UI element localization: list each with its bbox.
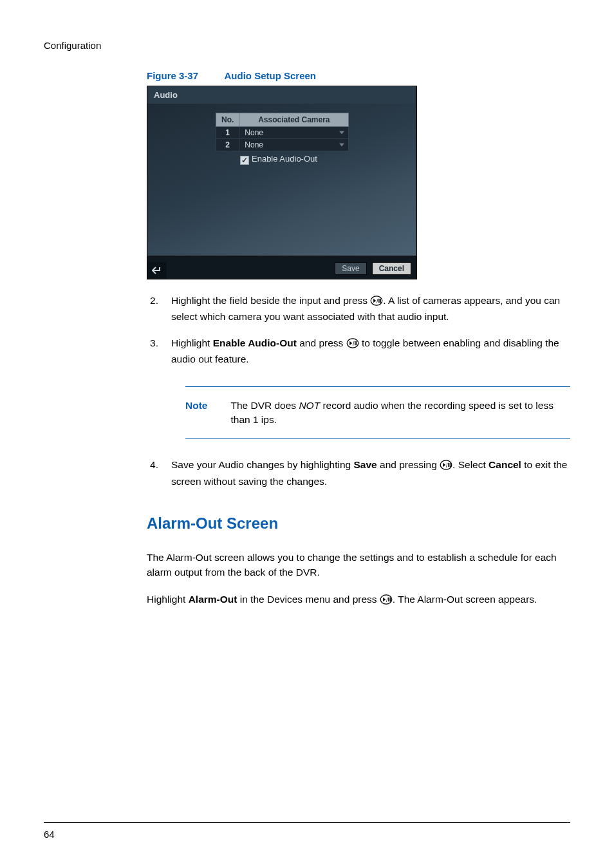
associated-camera-dropdown[interactable]: None [239,127,349,139]
audio-setup-screenshot: Audio No. Associated Camera 1 None 2 Non… [147,86,417,279]
screenshot-footer: Save Cancel [147,256,416,279]
svg-rect-6 [355,341,355,345]
step-text: . Select [452,459,488,470]
screenshot-body: No. Associated Camera 1 None 2 None ✓Ena… [147,104,416,256]
step-text: Highlight [171,337,213,348]
play-pause-icon: / [346,338,359,352]
step-text: Save your Audio changes by highlighting [171,459,354,470]
svg-rect-11 [450,463,451,467]
row-number: 1 [216,127,239,139]
para-text: Highlight [147,594,189,605]
svg-rect-10 [448,463,449,467]
step-3: 3. Highlight Enable Audio-Out and press … [147,336,570,367]
svg-text:/: / [377,298,378,305]
step-bold: Cancel [488,459,521,470]
svg-rect-3 [380,299,381,303]
note-text-part: The DVR does [230,400,299,411]
col-header-associated: Associated Camera [239,113,349,127]
row-number: 2 [216,139,239,151]
running-head: Configuration [44,40,570,51]
step-bold: Save [354,459,377,470]
associated-camera-dropdown[interactable]: None [239,139,349,151]
col-header-no: No. [216,113,239,127]
screenshot-title: Audio [147,86,416,104]
note-block: Note The DVR does NOT record audio when … [185,386,570,439]
figure-title: Audio Setup Screen [224,70,316,81]
step-number: 3. [147,336,158,367]
svg-rect-14 [388,598,389,601]
para-bold: Alarm-Out [189,594,237,605]
svg-text:/: / [446,462,448,469]
step-4: 4. Save your Audio changes by highlighti… [147,458,570,489]
step-text: and pressing [377,459,440,470]
step-2: 2. Highlight the field beside the input … [147,294,570,325]
play-pause-icon: / [370,296,383,310]
svg-text:/: / [386,597,388,603]
play-pause-icon: / [440,460,452,474]
step-text: Highlight the field beside the input and… [171,295,370,306]
associated-camera-table: No. Associated Camera 1 None 2 None [216,113,349,151]
figure-label: Figure 3-37 [147,70,198,81]
page-number: 64 [44,829,55,840]
back-arrow-icon [152,266,162,275]
svg-rect-2 [379,299,380,303]
para-text: in the Devices menu and press [237,594,379,605]
note-label: Note [185,399,207,426]
paragraph: The Alarm-Out screen allows you to chang… [147,551,570,580]
table-row: 1 None [216,127,349,139]
note-emphasis: NOT [299,400,320,411]
save-button[interactable]: Save [335,262,366,275]
section-heading-alarm-out: Alarm-Out Screen [147,514,570,533]
footer-rule [44,822,570,823]
step-number: 2. [147,294,158,325]
para-text: . The Alarm-Out screen appears. [393,594,537,605]
step-number: 4. [147,458,158,489]
step-bold: Enable Audio-Out [213,337,297,348]
table-row: 2 None [216,139,349,151]
play-pause-icon: / [380,594,393,609]
checkmark-icon: ✓ [240,156,249,165]
paragraph: Highlight Alarm-Out in the Devices menu … [147,592,570,609]
svg-rect-7 [356,341,357,345]
checkbox-label: Enable Audio-Out [252,154,317,164]
svg-rect-15 [389,598,390,601]
cancel-button[interactable]: Cancel [372,262,411,275]
step-text: and press [297,337,346,348]
figure-caption: Figure 3-37 Audio Setup Screen [147,70,570,82]
note-text: The DVR does NOT record audio when the r… [230,399,564,426]
svg-text:/: / [353,341,355,347]
enable-audio-out-checkbox[interactable]: ✓Enable Audio-Out [240,154,317,165]
back-button[interactable] [147,262,167,279]
